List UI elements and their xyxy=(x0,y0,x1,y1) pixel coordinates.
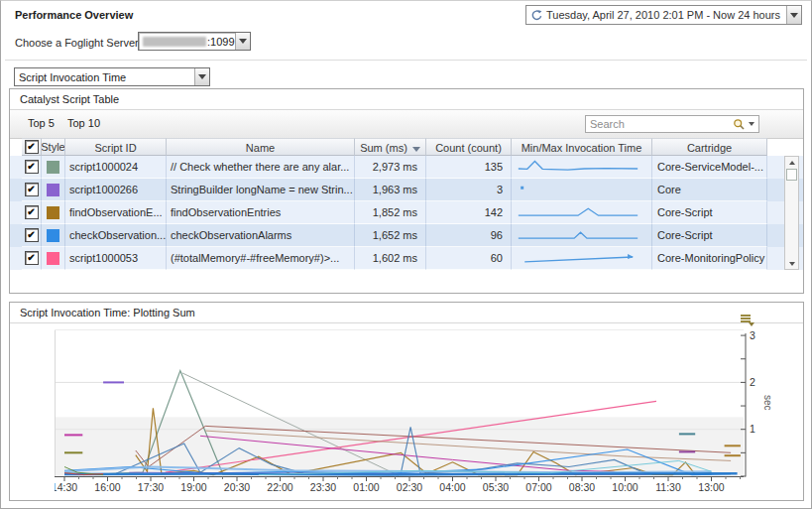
series-color-swatch xyxy=(47,184,59,196)
minmax-cell xyxy=(512,247,652,270)
column-header-style[interactable]: Style xyxy=(42,138,65,156)
svg-text:17:30: 17:30 xyxy=(138,481,164,493)
script-id-cell: checkObservation... xyxy=(65,224,167,247)
table-header-row: ✔ Style Script ID Name Sum (ms) Count (c… xyxy=(10,138,803,156)
select-all-cell: ✔ xyxy=(22,138,42,156)
metric-dropdown[interactable]: Script Invocation Time xyxy=(14,67,210,86)
chevron-down-icon xyxy=(790,13,798,18)
svg-text:01:00: 01:00 xyxy=(353,481,379,493)
search-input[interactable] xyxy=(586,118,733,130)
scroll-up-button[interactable] xyxy=(785,157,798,168)
svg-text:07:00: 07:00 xyxy=(525,481,551,493)
svg-text:1: 1 xyxy=(750,423,755,435)
table-body: ✔script1000024// Check whether there are… xyxy=(10,156,803,270)
series-color-swatch xyxy=(47,161,59,174)
min-max-sparkline xyxy=(512,179,644,199)
min-max-sparkline xyxy=(512,201,644,222)
server-dropdown-button[interactable] xyxy=(235,33,250,50)
server-dropdown[interactable]: :1099 xyxy=(138,32,251,51)
table-row[interactable]: ✔script1000024// Check whether there are… xyxy=(10,156,803,179)
min-max-sparkline xyxy=(512,247,644,268)
chart-canvas: 14:3016:0017:3019:0020:3022:0023:3001:00… xyxy=(55,329,803,498)
top5-button[interactable]: Top 5 xyxy=(28,117,55,129)
name-cell: (#totalMemory#-#freeMemory#)>... xyxy=(167,247,355,270)
row-style-cell xyxy=(42,201,65,224)
cartridge-cell: Core-MonitoringPolicy xyxy=(652,247,767,270)
row-select-cell: ✔ xyxy=(22,201,42,224)
row-checkbox[interactable]: ✔ xyxy=(25,205,39,219)
table-row[interactable]: ✔script1000053(#totalMemory#-#freeMemory… xyxy=(10,247,803,270)
svg-text:23:30: 23:30 xyxy=(310,481,336,493)
sum-cell: 2,973 ms xyxy=(355,156,426,179)
row-checkbox[interactable]: ✔ xyxy=(25,160,39,174)
row-checkbox[interactable]: ✔ xyxy=(25,251,39,265)
column-header-sum[interactable]: Sum (ms) xyxy=(355,138,426,156)
svg-text:16:00: 16:00 xyxy=(94,481,120,493)
script-id-cell: script1000266 xyxy=(65,179,167,201)
count-cell: 60 xyxy=(426,247,512,270)
time-range-picker[interactable]: Tuesday, April 27, 2010 2:01 PM - Now 24… xyxy=(525,5,802,25)
minmax-cell xyxy=(512,179,652,201)
line-chart: 14:3016:0017:3019:0020:3022:0023:3001:00… xyxy=(55,329,803,500)
chevron-down-icon xyxy=(239,39,247,44)
row-style-cell xyxy=(42,179,65,201)
min-max-sparkline xyxy=(512,156,644,177)
svg-text:19:00: 19:00 xyxy=(180,481,206,493)
top10-button[interactable]: Top 10 xyxy=(67,117,100,129)
server-port-text: :1099 xyxy=(207,36,235,48)
table-row[interactable]: ✔checkObservation...checkObservationAlar… xyxy=(10,224,803,247)
metric-dropdown-button[interactable] xyxy=(194,68,209,85)
catalyst-script-table-panel: Catalyst Script Table Top 5 Top 10 ✔ Sty… xyxy=(9,88,804,294)
table-toolbar: Top 5 Top 10 xyxy=(10,110,803,139)
row-checkbox[interactable]: ✔ xyxy=(25,228,39,242)
vertical-scrollbar[interactable] xyxy=(784,156,799,270)
row-style-cell xyxy=(42,247,65,270)
chart-panel: Script Invocation Time: Plotting Sum 14:… xyxy=(9,302,804,501)
count-cell: 135 xyxy=(426,156,512,179)
sum-cell: 1,963 ms xyxy=(355,179,426,201)
scrollbar-thumb[interactable] xyxy=(786,169,797,181)
column-header-count[interactable]: Count (count) xyxy=(426,138,512,156)
svg-text:13:00: 13:00 xyxy=(698,481,724,493)
svg-text:04:00: 04:00 xyxy=(439,481,465,493)
triangle-up-icon xyxy=(789,161,795,165)
column-header-cartridge[interactable]: Cartridge xyxy=(652,138,767,156)
column-header-minmax[interactable]: Min/Max Invocation Time xyxy=(512,138,652,156)
series-color-swatch xyxy=(47,229,59,242)
server-selector-label: Choose a Foglight Server xyxy=(15,37,139,49)
search-icon[interactable] xyxy=(733,118,746,131)
row-select-cell: ✔ xyxy=(22,179,42,201)
chart-options-icon[interactable] xyxy=(741,315,754,326)
cartridge-cell: Core-Script xyxy=(652,201,767,224)
search-options-caret[interactable] xyxy=(749,122,754,126)
table-row[interactable]: ✔script1000266StringBuilder longName = n… xyxy=(10,179,803,201)
performance-overview-page: Performance Overview Tuesday, April 27, … xyxy=(0,0,812,509)
svg-text:10:00: 10:00 xyxy=(612,481,638,493)
select-all-checkbox[interactable]: ✔ xyxy=(25,140,39,154)
header-divider xyxy=(5,60,807,61)
column-header-script-id[interactable]: Script ID xyxy=(65,138,167,156)
minmax-cell xyxy=(512,224,652,247)
redacted-server-name xyxy=(143,37,206,47)
cartridge-cell: Core xyxy=(652,179,767,201)
series-color-swatch xyxy=(47,206,59,219)
svg-text:sec: sec xyxy=(762,395,773,411)
svg-text:22:00: 22:00 xyxy=(267,481,292,493)
metric-dropdown-value: Script Invocation Time xyxy=(15,71,194,83)
scroll-down-button[interactable] xyxy=(785,258,798,269)
search-box[interactable] xyxy=(585,115,759,133)
script-id-cell: findObservationE... xyxy=(65,201,167,224)
minmax-cell xyxy=(512,201,652,224)
chevron-down-icon xyxy=(198,74,206,79)
script-id-cell: script1000024 xyxy=(65,156,167,179)
svg-text:11:30: 11:30 xyxy=(655,481,681,493)
time-range-dropdown-button[interactable] xyxy=(786,6,801,24)
column-header-name[interactable]: Name xyxy=(167,138,355,156)
table-panel-title: Catalyst Script Table xyxy=(10,89,803,110)
row-checkbox[interactable]: ✔ xyxy=(25,183,39,196)
row-select-cell: ✔ xyxy=(22,224,42,247)
name-cell: StringBuilder longName = new Strin... xyxy=(167,179,355,201)
count-cell: 142 xyxy=(426,201,512,224)
svg-text:2: 2 xyxy=(750,376,755,388)
table-row[interactable]: ✔findObservationE...findObservationEntri… xyxy=(10,201,803,224)
